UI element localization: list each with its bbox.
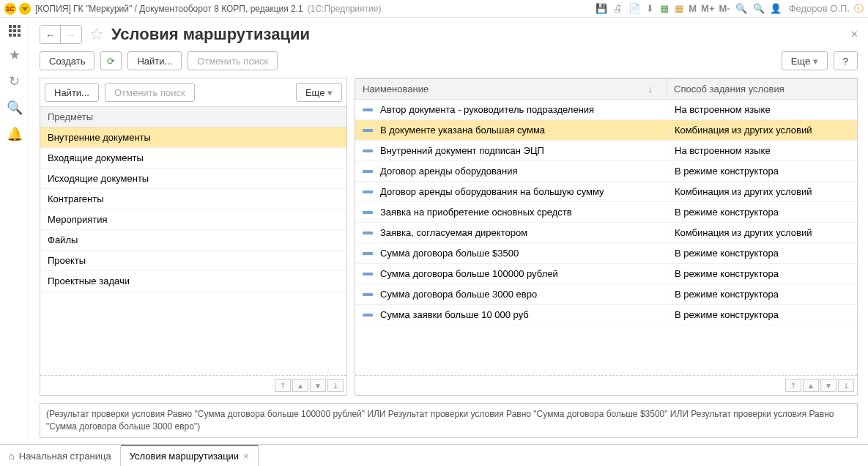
app-menu-dropdown[interactable] bbox=[19, 3, 31, 15]
down-icon[interactable]: ⬇ bbox=[645, 3, 655, 14]
m-minus-icon[interactable]: M- bbox=[719, 3, 730, 14]
app-logo-icon: 1C bbox=[4, 3, 16, 15]
save-icon[interactable]: 💾 bbox=[595, 3, 608, 14]
user-icon: 👤 bbox=[770, 3, 782, 14]
titlebar-icons: 💾 🖨 📄 ⬇ ▦ ▦ M M+ M- 🔍 🔍 👤 Федоров О.П. ⓘ bbox=[595, 2, 864, 15]
calendar-icon[interactable]: ▦ bbox=[674, 3, 684, 14]
doc-icon[interactable]: 📄 bbox=[628, 3, 641, 14]
m-plus-icon[interactable]: M+ bbox=[701, 3, 714, 14]
m-icon[interactable]: M bbox=[689, 3, 697, 14]
table-icon[interactable]: ▦ bbox=[659, 3, 669, 14]
window-title: [КОПИЯ] ГК "Меркурий" / Документооборот … bbox=[35, 4, 303, 14]
zoom-in-icon[interactable]: 🔍 bbox=[735, 3, 748, 14]
print-icon[interactable]: 🖨 bbox=[612, 3, 623, 14]
user-name[interactable]: Федоров О.П. bbox=[789, 3, 850, 14]
window-subtitle: (1С:Предприятие) bbox=[308, 4, 382, 14]
info-icon[interactable]: ⓘ bbox=[854, 2, 864, 15]
zoom-out-icon[interactable]: 🔍 bbox=[752, 3, 765, 14]
titlebar: 1C [КОПИЯ] ГК "Меркурий" / Документообор… bbox=[0, 0, 868, 18]
